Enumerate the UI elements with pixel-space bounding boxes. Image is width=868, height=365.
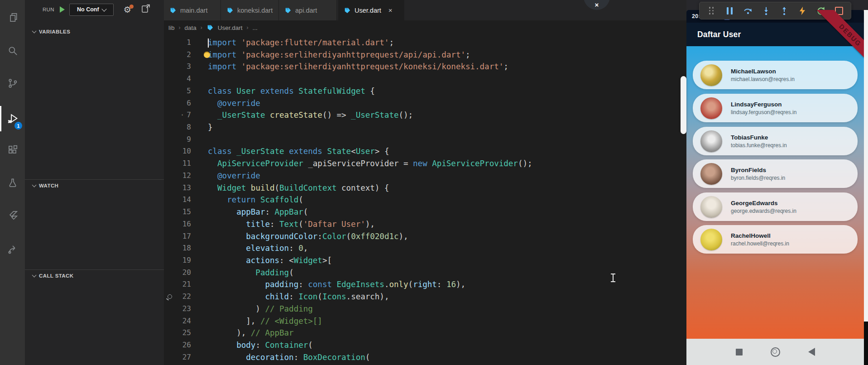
debug-sidebar: RUN No Conf ⚙ VARIABLES WATCH CALL STACK: [25, 0, 164, 365]
breadcrumb-item[interactable]: ...: [253, 24, 258, 31]
code-line[interactable]: 9: [164, 134, 686, 146]
tab-main-dart[interactable]: main.dart: [164, 0, 221, 20]
flutter-icon[interactable]: [0, 204, 25, 227]
code-text: return Scaffold(: [191, 194, 303, 206]
code-line[interactable]: 14 return Scaffold(: [164, 194, 686, 206]
code-text: Padding(: [191, 267, 294, 279]
line-number: 25: [164, 327, 191, 339]
line-number: 23: [164, 303, 191, 315]
code-line[interactable]: 24 ], // <Widget>[]: [164, 315, 686, 327]
tab-user-dart[interactable]: User.dart ×: [338, 0, 404, 20]
activity-bar: 1: [0, 0, 25, 365]
launch-config-dropdown[interactable]: No Conf: [69, 4, 114, 16]
line-number: 27: [164, 351, 191, 364]
breadcrumb-item[interactable]: User.dart: [218, 24, 243, 31]
editor-group: main.dart koneksi.dart api.dart User.dar…: [164, 0, 686, 365]
code-line[interactable]: 16 title: Text('Daftar User'),: [164, 218, 686, 231]
source-control-icon[interactable]: [0, 72, 25, 95]
step-into-icon[interactable]: [760, 5, 772, 17]
breadcrumb-item[interactable]: data: [185, 24, 197, 31]
code-line[interactable]: 17 backgroundColor:Color(0xff020d1c),: [164, 231, 686, 243]
tab-api-dart[interactable]: api.dart: [279, 0, 337, 20]
code-line[interactable]: 15 appBar: AppBar(: [164, 206, 686, 218]
user-email: michael.lawson@reqres.in: [731, 76, 795, 82]
code-text: appBar: AppBar(: [191, 206, 308, 218]
tab-koneksi-dart[interactable]: koneksi.dart: [221, 0, 279, 20]
line-number: 1: [164, 37, 191, 49]
code-line[interactable]: 20 Padding(: [164, 267, 686, 279]
user-card[interactable]: LindsayFergusonlindsay.ferguson@reqres.i…: [693, 94, 858, 122]
code-text: @override: [191, 97, 260, 110]
panel-edge-strip: [864, 10, 868, 322]
beaker-icon[interactable]: [0, 171, 25, 195]
user-card[interactable]: GeorgeEdwardsgeorge.edwards@reqres.in: [693, 192, 858, 221]
breadcrumb-item[interactable]: lib: [168, 24, 175, 31]
code-line[interactable]: 5class User extends StatefulWidget {: [164, 85, 686, 97]
code-line[interactable]: 23 ) // Padding: [164, 303, 686, 315]
gear-icon[interactable]: ⚙: [124, 5, 131, 14]
scrollbar-thumb[interactable]: [681, 76, 686, 134]
line-number: 26: [164, 339, 191, 351]
search-icon[interactable]: [0, 39, 25, 62]
code-line[interactable]: 2import 'package:serliherdiyanhttpreques…: [164, 49, 686, 61]
home-circle-icon[interactable]: [771, 347, 780, 357]
code-line[interactable]: 12 @override: [164, 170, 686, 182]
user-card[interactable]: ByronFieldsbyron.fields@reqres.in: [693, 159, 858, 188]
step-out-icon[interactable]: [778, 5, 791, 17]
code-text: }: [191, 121, 213, 134]
code-line[interactable]: 22 child: Icon(Icons.search),: [164, 291, 686, 303]
pause-icon[interactable]: [723, 5, 736, 17]
code-line[interactable]: 6 @override: [164, 97, 686, 110]
chevron-down-icon: [32, 273, 37, 278]
code-line[interactable]: 8}: [164, 121, 686, 134]
code-line[interactable]: 7 _UserState createState() => _UserState…: [164, 109, 686, 121]
code-text: backgroundColor:Color(0xff020d1c),: [191, 231, 408, 243]
code-text: Widget build(BuildContext context) {: [191, 182, 389, 194]
files-icon[interactable]: [0, 5, 25, 29]
user-email: george.edwards@reqres.in: [731, 208, 796, 214]
watch-section-header[interactable]: WATCH: [25, 180, 164, 191]
run-toolbar: RUN No Conf ⚙: [25, 0, 164, 19]
share-icon[interactable]: [0, 237, 25, 261]
android-nav-bar: [686, 339, 864, 365]
back-triangle-icon[interactable]: [808, 348, 815, 356]
close-icon[interactable]: ×: [388, 6, 393, 14]
line-number: 2: [164, 49, 191, 61]
code-line[interactable]: 4: [164, 73, 686, 85]
hot-reload-icon[interactable]: [796, 5, 809, 17]
code-line[interactable]: 3import 'package:serliherdiyanhttpreques…: [164, 61, 686, 73]
user-card[interactable]: RachelHowellrachel.howell@reqres.in: [693, 225, 858, 254]
code-line[interactable]: 10class _UserState extends State<User> {: [164, 145, 686, 158]
code-line[interactable]: 11 ApiServiceProvider _apiServiceProvide…: [164, 158, 686, 170]
code-line[interactable]: 21 padding: const EdgeInsets.only(right:…: [164, 279, 686, 291]
breadcrumb[interactable]: lib › data › User.dart › ...: [168, 22, 258, 34]
tab-label: koneksi.dart: [237, 7, 273, 14]
phone-screen: 20:07 ≋ P M P 0,3KB/d ⊘ DEBUG Daftar Use…: [686, 10, 864, 365]
code-text: [191, 134, 208, 146]
code-line[interactable]: 1import 'package:flutter/material.dart';: [164, 37, 686, 49]
code-line[interactable]: 13 Widget build(BuildContext context) {: [164, 182, 686, 194]
extensions-icon[interactable]: [0, 139, 25, 162]
code-line[interactable]: 26 body: Container(: [164, 339, 686, 351]
code-line[interactable]: 27 decoration: BoxDecoration(: [164, 351, 686, 364]
step-over-icon[interactable]: [742, 5, 754, 17]
lightbulb-icon[interactable]: [204, 52, 210, 58]
code-text: @override: [191, 170, 260, 182]
code-line[interactable]: 18 elevation: 0,: [164, 242, 686, 255]
user-card[interactable]: MichaelLawsonmichael.lawson@reqres.in: [693, 61, 858, 89]
code-text: class _UserState extends State<User> {: [191, 145, 389, 158]
user-card[interactable]: TobiasFunketobias.funke@reqres.in: [693, 127, 858, 155]
code-line[interactable]: 19 actions: <Widget>[: [164, 255, 686, 267]
tab-label: User.dart: [355, 7, 381, 14]
line-number: 24: [164, 315, 191, 327]
code-line[interactable]: 25 ), // AppBar: [164, 327, 686, 339]
grip-handle[interactable]: [705, 5, 718, 17]
variables-section-header[interactable]: VARIABLES: [25, 26, 164, 37]
recents-square-icon[interactable]: [736, 349, 743, 355]
device-icon[interactable]: [140, 3, 151, 16]
variables-label: VARIABLES: [39, 29, 70, 34]
start-debug-icon[interactable]: [60, 6, 65, 13]
breadcrumb-separator: ›: [179, 24, 181, 31]
callstack-section-header[interactable]: CALL STACK: [25, 270, 164, 281]
run-debug-icon[interactable]: 1: [0, 107, 25, 130]
